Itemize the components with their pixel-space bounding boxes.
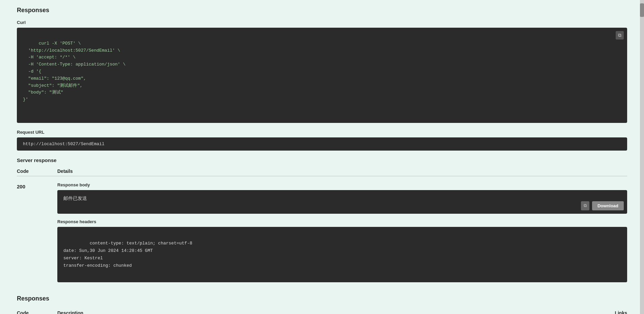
request-url-section: Request URL http://localhost:5027/SendEm… xyxy=(17,130,627,151)
curl-copy-button[interactable]: ⧉ xyxy=(616,31,624,40)
request-url-label: Request URL xyxy=(17,130,627,135)
response-body-block: 邮件已发送 ⧉ Download xyxy=(57,190,627,214)
response-headers-content: content-type: text/plain; charset=utf-8 … xyxy=(63,241,192,268)
curl-section: Curl curl -X 'POST' \ 'http://localhost:… xyxy=(17,20,627,123)
download-button[interactable]: Download xyxy=(592,201,624,210)
response-body-label: Response body xyxy=(57,182,627,187)
responses-section-title: Responses xyxy=(17,295,627,302)
server-response-section: Server response Code Details 200 Respons… xyxy=(17,157,627,285)
curl-code-text: curl -X 'POST' \ 'http://localhost:5027/… xyxy=(23,41,125,102)
response-code-200: 200 xyxy=(17,182,57,189)
request-url-value: http://localhost:5027/SendEmail xyxy=(17,137,627,151)
curl-label: Curl xyxy=(17,20,627,25)
main-container: Responses Curl curl -X 'POST' \ 'http://… xyxy=(0,0,644,314)
response-details: Response body 邮件已发送 ⧉ Download Response … xyxy=(57,182,627,283)
response-body-content: 邮件已发送 xyxy=(63,196,87,201)
responses-description-header: Description xyxy=(57,310,593,314)
scrollbar[interactable] xyxy=(640,0,644,314)
response-headers-block: content-type: text/plain; charset=utf-8 … xyxy=(57,227,627,283)
response-body-copy-button[interactable]: ⧉ xyxy=(581,201,589,210)
server-response-header-row: Code Details xyxy=(17,166,627,176)
scrollbar-thumb[interactable] xyxy=(640,3,644,17)
responses-header-row: Code Description Links xyxy=(17,308,627,314)
response-body-actions: ⧉ Download xyxy=(581,201,624,210)
curl-code-block: curl -X 'POST' \ 'http://localhost:5027/… xyxy=(17,28,627,123)
details-header: Details xyxy=(57,168,627,174)
code-header: Code xyxy=(17,168,57,174)
response-headers-label: Response headers xyxy=(57,219,627,224)
server-response-label: Server response xyxy=(17,157,627,163)
responses-title-top: Responses xyxy=(17,7,627,14)
responses-section-bottom: Responses Code Description Links 200 Suc… xyxy=(17,295,627,314)
responses-links-header: Links xyxy=(593,310,627,314)
responses-code-header: Code xyxy=(17,310,57,314)
server-response-200-row: 200 Response body 邮件已发送 ⧉ Download Respo… xyxy=(17,180,627,285)
